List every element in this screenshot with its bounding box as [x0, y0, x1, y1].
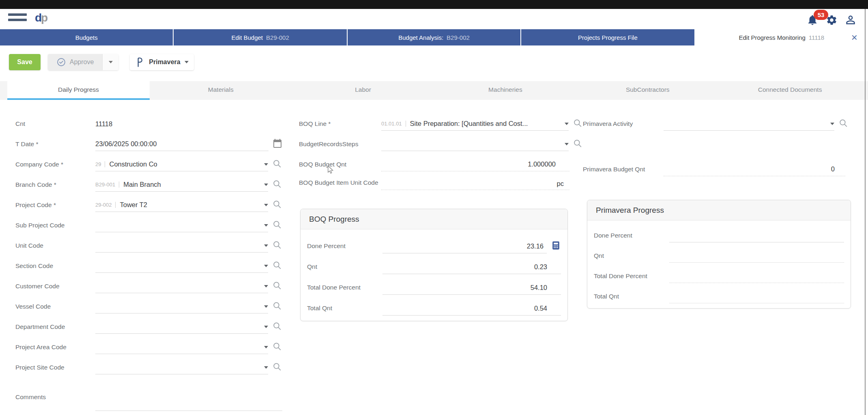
field-budget-records-steps: BudgetRecordsSteps: [299, 134, 583, 154]
code-chip: 01.01.01: [381, 121, 406, 127]
primavera-budget-qnt-value: 0: [831, 165, 845, 173]
field-label: Total Done Percent: [307, 283, 382, 292]
done-percent-input[interactable]: 23.16: [382, 240, 547, 253]
tab-budgets[interactable]: Budgets: [0, 29, 174, 45]
field-qnt: Qnt 0.23: [307, 257, 561, 277]
t-date-value: 23/06/2025 00:00:00: [95, 140, 157, 148]
approve-button[interactable]: Approve: [48, 54, 102, 70]
search-icon[interactable]: [272, 220, 282, 231]
approve-label: Approve: [70, 58, 94, 66]
field-qnt: Qnt: [594, 246, 844, 266]
subtab-materials[interactable]: Materials: [150, 81, 292, 100]
mouse-cursor: [327, 166, 334, 175]
search-icon[interactable]: [272, 342, 282, 353]
branch-code-value: Main Branch: [123, 181, 161, 188]
field-label: Project Area Code: [15, 342, 95, 352]
search-icon[interactable]: [272, 281, 282, 292]
search-icon[interactable]: [573, 118, 583, 130]
search-icon[interactable]: [573, 138, 583, 150]
primavera-total-done-percent-field: [669, 269, 844, 283]
primavera-p-icon: [135, 57, 145, 67]
form-column-left: Cnt 11118 T Date * 23/06/2025 00:00:00 C…: [15, 114, 282, 411]
calendar-icon[interactable]: [273, 138, 282, 150]
tab-projects-progress-file[interactable]: Projects Progress File: [521, 29, 695, 45]
field-sub-project-code: Sub Project Code: [15, 215, 282, 236]
t-date-input[interactable]: 23/06/2025 00:00:00: [95, 137, 269, 151]
search-icon[interactable]: [272, 240, 282, 252]
subtab-labor[interactable]: Labor: [292, 81, 434, 100]
subtab-subcontractors[interactable]: SubContractors: [576, 81, 719, 100]
search-icon[interactable]: [272, 321, 282, 333]
chevron-down-icon: [264, 285, 268, 287]
field-label: BOQ Budget Item Unit Code: [299, 178, 381, 188]
field-cnt: Cnt 11118: [15, 114, 282, 134]
project-site-code-dropdown[interactable]: [95, 361, 268, 374]
boq-progress-panel: BOQ Progress Done Percent 23.16 Qnt 0.23…: [300, 209, 568, 321]
chevron-down-icon: [264, 366, 268, 369]
sub-project-code-dropdown[interactable]: [95, 218, 268, 232]
primavera-done-percent-input[interactable]: [669, 229, 844, 242]
boq-line-dropdown[interactable]: 01.01.01 Site Preparation: [Quantities a…: [381, 117, 569, 131]
field-label: Project Site Code: [15, 363, 95, 372]
primavera-progress-body: Done Percent Qnt Total Done Percent Tota…: [587, 220, 851, 308]
branch-code-dropdown[interactable]: B29-001 Main Branch: [95, 178, 268, 192]
tab-budget-analysis[interactable]: Budget Analysis: B29-002: [348, 29, 521, 45]
department-code-dropdown[interactable]: [95, 320, 268, 334]
code-chip: 29-002: [95, 202, 116, 208]
field-total-qnt: Total Qnt 0.54: [307, 298, 561, 319]
unit-code-dropdown[interactable]: [95, 239, 268, 253]
boq-budget-item-unit-code-value: pc: [557, 180, 569, 188]
field-label: Primavera Activity: [583, 119, 664, 129]
approve-dropdown-button[interactable]: [102, 54, 118, 70]
field-label: Qnt: [307, 262, 382, 272]
field-unit-code: Unit Code: [15, 236, 282, 256]
app-window: dp 53 Budgets Edit Budget B29-002 Budget…: [0, 0, 868, 415]
search-icon[interactable]: [272, 199, 282, 211]
field-label: Vessel Code: [15, 302, 95, 311]
field-label: BudgetRecordsSteps: [299, 139, 381, 149]
customer-code-dropdown[interactable]: [95, 279, 268, 293]
primavera-activity-dropdown[interactable]: [664, 117, 834, 131]
field-project-area-code: Project Area Code: [15, 337, 282, 357]
field-boq-budget-qnt: BOQ Budget Qnt 1.000000: [299, 154, 583, 175]
done-percent-value: 23.16: [527, 242, 547, 250]
project-code-dropdown[interactable]: 29-002 Tower T2: [95, 198, 268, 212]
form-column-middle: BOQ Line * 01.01.01 Site Preparation: [Q…: [299, 114, 583, 201]
budget-records-steps-dropdown[interactable]: [381, 137, 569, 151]
search-icon[interactable]: [272, 362, 282, 374]
company-code-dropdown[interactable]: 29 Construction Co: [95, 158, 268, 171]
field-branch-code: Branch Code * B29-001 Main Branch: [15, 175, 282, 195]
total-done-percent-value: 54.10: [531, 284, 561, 292]
search-icon[interactable]: [272, 179, 282, 191]
close-tab-icon[interactable]: ×: [851, 32, 857, 43]
qnt-input[interactable]: 0.23: [382, 260, 561, 274]
save-button[interactable]: Save: [9, 54, 41, 70]
subtab-machineries[interactable]: Machineries: [434, 81, 576, 100]
field-boq-line: BOQ Line * 01.01.01 Site Preparation: [Q…: [299, 114, 583, 134]
hamburger-menu-icon[interactable]: [8, 13, 27, 24]
chevron-down-icon: [264, 265, 268, 267]
field-t-date: T Date * 23/06/2025 00:00:00: [15, 134, 282, 154]
search-icon[interactable]: [272, 260, 282, 272]
search-icon[interactable]: [272, 301, 282, 313]
field-label: Done Percent: [594, 231, 669, 240]
account-person-icon[interactable]: [844, 13, 857, 26]
tab-edit-progress-monitoring[interactable]: Edit Progress Monitoring 11118 ×: [695, 29, 868, 45]
calculator-icon[interactable]: [551, 240, 561, 252]
chevron-down-icon: [264, 204, 268, 206]
subtab-daily-progress[interactable]: Daily Progress: [7, 81, 150, 100]
section-code-dropdown[interactable]: [95, 259, 268, 273]
primavera-progress-panel: Primavera Progress Done Percent Qnt Tota…: [587, 200, 851, 309]
subtab-connected-documents[interactable]: Connected Documents: [719, 81, 861, 100]
tab-edit-budget[interactable]: Edit Budget B29-002: [174, 29, 347, 45]
comments-input[interactable]: [95, 387, 282, 411]
tab-code: B29-002: [266, 34, 289, 41]
vessel-code-dropdown[interactable]: [95, 300, 268, 313]
search-icon[interactable]: [272, 159, 282, 171]
approve-check-icon: [56, 57, 66, 67]
project-area-code-dropdown[interactable]: [95, 340, 268, 354]
field-project-site-code: Project Site Code: [15, 357, 282, 378]
search-icon[interactable]: [838, 118, 849, 130]
total-done-percent-field: 54.10: [382, 281, 561, 295]
primavera-button[interactable]: Primavera: [130, 54, 194, 70]
